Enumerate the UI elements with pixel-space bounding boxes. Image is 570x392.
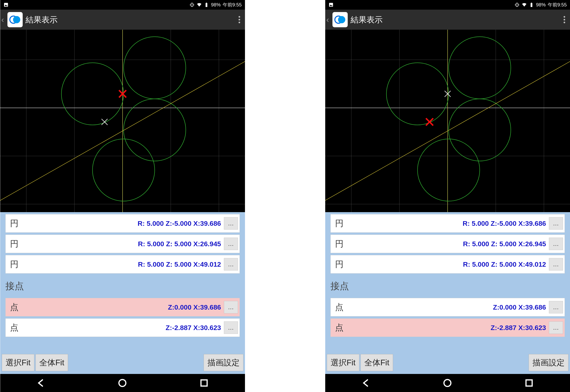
row-more-button[interactable]: … — [224, 322, 238, 334]
svg-point-48 — [417, 139, 480, 201]
row-type-label: 円 — [10, 259, 18, 270]
row-value: R: 5.000 Z: 5.000 X:26.945 — [343, 240, 549, 248]
svg-point-18 — [124, 37, 186, 99]
circle-row[interactable]: 円 R: 5.000 Z: 5.000 X:49.012 … — [5, 255, 240, 274]
svg-rect-32 — [531, 3, 532, 3]
row-type-label: 点 — [10, 302, 18, 313]
section-title-tangent: 接点 — [0, 276, 245, 296]
page-title: 結果表示 — [26, 14, 233, 25]
device-right: 98% 午前9:55 ‹ 結果表示 — [325, 0, 570, 392]
overflow-menu-icon[interactable] — [236, 15, 242, 25]
circle-row[interactable]: 円 R: 5.000 Z:-5.000 X:39.686 … — [5, 214, 240, 233]
back-icon[interactable]: ‹ — [1, 15, 5, 24]
vibrate-icon — [514, 2, 520, 7]
results-panel: 円 R: 5.000 Z:-5.000 X:39.686 … 円 R: 5.00… — [0, 212, 245, 374]
all-fit-button[interactable]: 全体Fit — [36, 354, 68, 371]
clock: 午前9:55 — [223, 2, 242, 8]
battery-icon — [529, 2, 534, 7]
app-icon — [332, 12, 348, 27]
draw-settings-button[interactable]: 描画設定 — [204, 354, 243, 371]
row-type-label: 円 — [335, 238, 343, 250]
point-marker-selected — [426, 118, 433, 126]
battery-icon — [204, 2, 209, 7]
page-title: 結果表示 — [351, 14, 558, 25]
select-fit-button[interactable]: 選択Fit — [327, 354, 359, 371]
row-value: R: 5.000 Z: 5.000 X:49.012 — [343, 260, 549, 268]
row-type-label: 円 — [335, 218, 343, 229]
row-value: Z:-2.887 X:30.623 — [343, 324, 549, 332]
app-bar: ‹ 結果表示 — [0, 10, 245, 30]
row-type-label: 点 — [10, 322, 18, 333]
svg-point-54 — [444, 379, 451, 387]
picture-icon — [328, 2, 334, 7]
row-type-label: 円 — [10, 218, 18, 229]
row-value: Z:-2.887 X:30.623 — [18, 324, 224, 332]
tangent-point-row[interactable]: 点 Z:0.000 X:39.686 … — [5, 298, 240, 316]
row-value: R: 5.000 Z: 5.000 X:49.012 — [18, 260, 224, 268]
svg-rect-28 — [329, 3, 333, 7]
svg-point-26 — [119, 379, 126, 387]
row-more-button[interactable]: … — [549, 301, 563, 313]
select-fit-button[interactable]: 選択Fit — [2, 354, 34, 371]
svg-point-47 — [449, 99, 511, 161]
results-panel: 円 R: 5.000 Z:-5.000 X:39.686 … 円 R: 5.00… — [325, 212, 570, 374]
all-fit-button[interactable]: 全体Fit — [360, 354, 393, 371]
row-more-button[interactable]: … — [549, 322, 563, 334]
circle-row[interactable]: 円 R: 5.000 Z: 5.000 X:26.945 … — [5, 235, 240, 253]
app-bar: ‹ 結果表示 — [325, 10, 570, 30]
row-more-button[interactable]: … — [549, 238, 563, 250]
row-value: R: 5.000 Z:-5.000 X:39.686 — [18, 220, 224, 227]
row-value: Z:0.000 X:39.686 — [343, 303, 549, 311]
row-more-button[interactable]: … — [549, 217, 563, 230]
tangent-point-row[interactable]: 点 Z:-2.887 X:30.623 … — [5, 318, 240, 337]
clock: 午前9:55 — [548, 2, 567, 8]
row-type-label: 点 — [335, 302, 343, 313]
nav-home-icon[interactable] — [443, 378, 452, 388]
back-icon[interactable]: ‹ — [327, 15, 330, 24]
nav-recent-icon[interactable] — [525, 378, 534, 388]
device-left: 98% 午前9:55 ‹ 結果表示 — [0, 0, 245, 392]
row-more-button[interactable]: … — [224, 217, 238, 230]
svg-point-17 — [61, 63, 124, 125]
row-value: R: 5.000 Z:-5.000 X:39.686 — [343, 220, 549, 227]
svg-point-46 — [449, 37, 511, 99]
svg-rect-2 — [191, 3, 193, 6]
row-value: Z:0.000 X:39.686 — [18, 303, 224, 311]
svg-rect-4 — [206, 3, 207, 3]
circle-row[interactable]: 円 R: 5.000 Z: 5.000 X:26.945 … — [330, 235, 565, 253]
draw-settings-button[interactable]: 描画設定 — [529, 354, 568, 371]
svg-rect-31 — [530, 3, 532, 7]
svg-rect-0 — [4, 3, 8, 7]
point-marker-unselected — [101, 119, 108, 125]
nav-recent-icon[interactable] — [200, 378, 209, 388]
plot-canvas[interactable] — [0, 30, 245, 212]
row-type-label: 円 — [10, 238, 18, 250]
wifi-icon — [197, 2, 202, 7]
svg-point-45 — [386, 63, 449, 125]
circle-row[interactable]: 円 R: 5.000 Z:-5.000 X:39.686 … — [330, 214, 565, 233]
row-type-label: 点 — [335, 322, 343, 333]
plot-canvas[interactable] — [325, 30, 570, 212]
nav-back-icon[interactable] — [361, 378, 370, 388]
row-type-label: 円 — [335, 259, 343, 270]
row-more-button[interactable]: … — [224, 301, 238, 313]
nav-back-icon[interactable] — [36, 378, 45, 388]
row-more-button[interactable]: … — [224, 258, 238, 270]
battery-pct: 98% — [211, 2, 221, 8]
row-more-button[interactable]: … — [549, 258, 563, 270]
tangent-point-row[interactable]: 点 Z:-2.887 X:30.623 … — [330, 318, 565, 337]
android-nav-bar — [325, 374, 570, 392]
svg-rect-3 — [205, 3, 207, 7]
svg-point-20 — [92, 139, 155, 201]
status-bar: 98% 午前9:55 — [0, 0, 245, 10]
circle-row[interactable]: 円 R: 5.000 Z: 5.000 X:49.012 … — [330, 255, 565, 274]
nav-home-icon[interactable] — [118, 378, 127, 388]
row-more-button[interactable]: … — [224, 238, 238, 250]
status-bar: 98% 午前9:55 — [325, 0, 570, 10]
picture-icon — [3, 2, 9, 7]
overflow-menu-icon[interactable] — [561, 15, 568, 25]
tangent-point-row[interactable]: 点 Z:0.000 X:39.686 … — [330, 298, 565, 316]
section-title-tangent: 接点 — [325, 276, 570, 296]
android-nav-bar — [0, 374, 245, 392]
svg-point-34 — [338, 16, 345, 23]
